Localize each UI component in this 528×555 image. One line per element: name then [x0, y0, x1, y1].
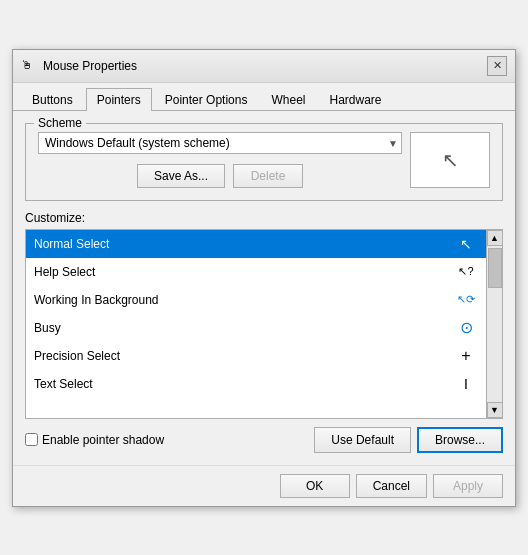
scheme-select[interactable]: Windows Default (system scheme) None Win… [38, 132, 402, 154]
scheme-preview: ↖ [410, 132, 490, 188]
list-item[interactable]: Text Select I [26, 370, 486, 398]
scheme-group-label: Scheme [34, 116, 86, 130]
delete-button[interactable]: Delete [233, 164, 303, 188]
cursor-list: Normal Select ↖ Help Select ↖? Working I… [25, 229, 503, 419]
list-item-text: Working In Background [34, 293, 159, 307]
scheme-area: Windows Default (system scheme) None Win… [38, 132, 490, 188]
cursor-crosshair-icon: + [454, 347, 478, 365]
content-area: Scheme Windows Default (system scheme) N… [13, 111, 515, 465]
tab-hardware[interactable]: Hardware [318, 88, 392, 111]
list-item-text: Text Select [34, 377, 93, 391]
scroll-track [487, 246, 502, 402]
list-item[interactable]: Precision Select + [26, 342, 486, 370]
cursor-text-icon: I [454, 376, 478, 392]
list-item[interactable]: Busy ⊙ [26, 314, 486, 342]
title-bar: 🖱 Mouse Properties ✕ [13, 50, 515, 83]
cursor-help-icon: ↖? [454, 265, 478, 278]
footer: OK Cancel Apply [13, 465, 515, 506]
list-item-text: Precision Select [34, 349, 120, 363]
tab-buttons[interactable]: Buttons [21, 88, 84, 111]
scheme-select-wrapper[interactable]: Windows Default (system scheme) None Win… [38, 132, 402, 154]
list-item-text: Normal Select [34, 237, 109, 251]
window-icon: 🖱 [21, 58, 37, 74]
ok-button[interactable]: OK [280, 474, 350, 498]
mouse-properties-window: 🖱 Mouse Properties ✕ Buttons Pointers Po… [12, 49, 516, 507]
enable-shadow-checkbox[interactable] [25, 433, 38, 446]
tab-pointer-options[interactable]: Pointer Options [154, 88, 259, 111]
title-bar-left: 🖱 Mouse Properties [21, 58, 137, 74]
cursor-busy-icon: ⊙ [454, 318, 478, 337]
scheme-group: Scheme Windows Default (system scheme) N… [25, 123, 503, 201]
use-default-button[interactable]: Use Default [314, 427, 411, 453]
tab-wheel[interactable]: Wheel [260, 88, 316, 111]
scheme-left: Windows Default (system scheme) None Win… [38, 132, 402, 188]
bottom-options: Enable pointer shadow Use Default Browse… [25, 427, 503, 453]
cursor-arrow-icon: ↖ [454, 236, 478, 252]
scroll-down-button[interactable]: ▼ [487, 402, 503, 418]
tab-pointers[interactable]: Pointers [86, 88, 152, 111]
list-item-text: Busy [34, 321, 61, 335]
scheme-buttons: Save As... Delete [38, 164, 402, 188]
scrollbar: ▲ ▼ [486, 230, 502, 418]
browse-button[interactable]: Browse... [417, 427, 503, 453]
list-item-text: Help Select [34, 265, 95, 279]
enable-shadow-label[interactable]: Enable pointer shadow [25, 433, 164, 447]
cursor-list-items: Normal Select ↖ Help Select ↖? Working I… [26, 230, 486, 418]
cursor-preview-icon: ↖ [442, 148, 459, 172]
tab-bar: Buttons Pointers Pointer Options Wheel H… [13, 83, 515, 111]
cursor-working-icon: ↖⟳ [454, 293, 478, 306]
scroll-thumb[interactable] [488, 248, 502, 288]
list-item[interactable]: Normal Select ↖ [26, 230, 486, 258]
close-button[interactable]: ✕ [487, 56, 507, 76]
list-item[interactable]: Help Select ↖? [26, 258, 486, 286]
window-title: Mouse Properties [43, 59, 137, 73]
cancel-button[interactable]: Cancel [356, 474, 427, 498]
customize-label: Customize: [25, 211, 503, 225]
bottom-buttons: Use Default Browse... [314, 427, 503, 453]
save-as-button[interactable]: Save As... [137, 164, 225, 188]
list-item[interactable]: Working In Background ↖⟳ [26, 286, 486, 314]
apply-button[interactable]: Apply [433, 474, 503, 498]
enable-shadow-text: Enable pointer shadow [42, 433, 164, 447]
scroll-up-button[interactable]: ▲ [487, 230, 503, 246]
